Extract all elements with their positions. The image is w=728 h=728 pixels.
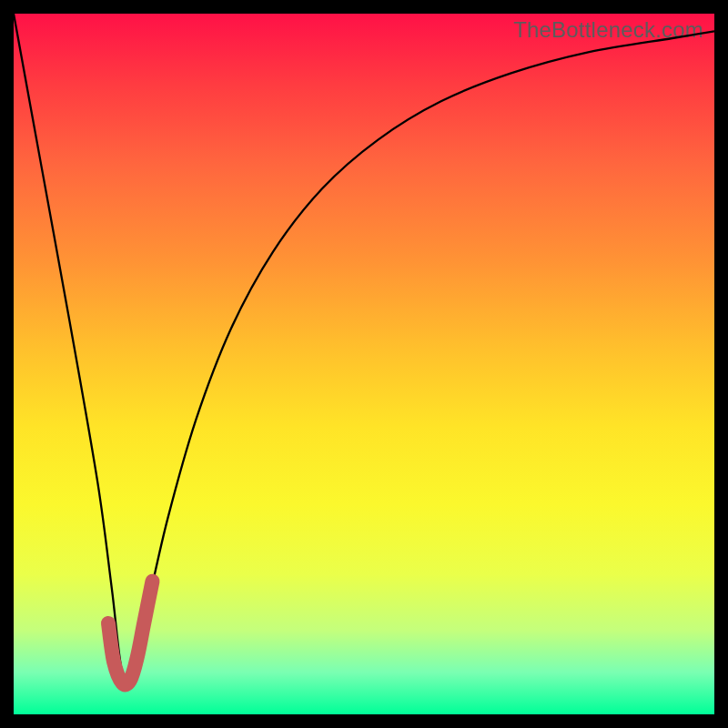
outer-frame: TheBottleneck.com (0, 0, 728, 728)
plot-area: TheBottleneck.com (14, 14, 714, 714)
chart-svg (14, 14, 714, 714)
accent-hook (108, 581, 153, 685)
main-curve (14, 14, 714, 679)
